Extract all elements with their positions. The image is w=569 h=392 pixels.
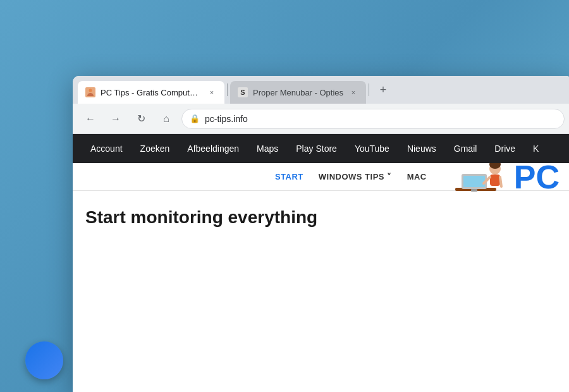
site-heading: Start monitoring everything: [85, 206, 560, 229]
desktop: PC Tips - Gratis Computer Tips, i × S Pr…: [0, 0, 569, 392]
svg-point-0: [89, 89, 92, 92]
svg-rect-3: [463, 176, 485, 187]
tab-divider-1: [227, 83, 228, 96]
tab-title-2: Proper Menubar - Opties: [253, 88, 343, 97]
back-button[interactable]: ←: [80, 109, 101, 129]
svg-rect-7: [490, 175, 500, 186]
site-pc-brand: PC: [514, 163, 560, 193]
taskbar-icon[interactable]: [25, 341, 63, 379]
menu-item-more[interactable]: K: [525, 138, 546, 159]
menu-item-nieuws[interactable]: Nieuws: [400, 138, 444, 159]
tab-favicon-1: [85, 87, 95, 97]
menu-item-maps[interactable]: Maps: [249, 138, 286, 159]
svg-line-9: [500, 177, 501, 187]
tab-close-1[interactable]: ×: [207, 87, 217, 97]
menu-item-playstore[interactable]: Play Store: [288, 138, 345, 159]
lock-icon: 🔒: [190, 114, 200, 123]
menu-item-youtube[interactable]: YouTube: [347, 138, 397, 159]
menu-item-afbeeldingen[interactable]: Afbeeldingen: [180, 138, 247, 159]
menu-item-account[interactable]: Account: [83, 138, 130, 159]
site-body-text: Start monitoring everything: [85, 206, 560, 229]
svg-rect-4: [471, 189, 477, 192]
site-nav-mac[interactable]: MAC: [407, 172, 427, 181]
address-text: pc-tips.info: [205, 114, 248, 124]
tab-divider-2: [369, 83, 369, 96]
forward-button[interactable]: →: [106, 109, 126, 129]
menu-item-gmail[interactable]: Gmail: [446, 138, 485, 159]
site-content: START WINDOWS TIPS ˅ MAC: [73, 163, 569, 244]
site-nav: START WINDOWS TIPS ˅ MAC: [73, 163, 569, 191]
tab-bar: PC Tips - Gratis Computer Tips, i × S Pr…: [73, 76, 569, 104]
home-button[interactable]: ⌂: [156, 109, 176, 129]
tab-favicon-2: S: [238, 87, 248, 97]
site-nav-windows[interactable]: WINDOWS TIPS ˅: [319, 172, 392, 181]
new-tab-button[interactable]: +: [374, 81, 392, 99]
browser-window: PC Tips - Gratis Computer Tips, i × S Pr…: [73, 76, 569, 392]
address-bar[interactable]: 🔒 pc-tips.info: [181, 109, 565, 129]
toolbar: ← → ↻ ⌂ 🔒 pc-tips.info: [73, 104, 569, 134]
tab-title-1: PC Tips - Gratis Computer Tips, i: [101, 88, 202, 97]
reload-button[interactable]: ↻: [131, 109, 151, 129]
menu-item-drive[interactable]: Drive: [487, 138, 523, 159]
tab-close-2[interactable]: ×: [348, 87, 358, 97]
google-menubar: Account Zoeken Afbeeldingen Maps Play St…: [73, 134, 569, 163]
tab-inactive[interactable]: S Proper Menubar - Opties ×: [230, 81, 366, 104]
site-illustration: [452, 163, 509, 199]
tab-active[interactable]: PC Tips - Gratis Computer Tips, i ×: [78, 81, 224, 104]
menu-item-zoeken[interactable]: Zoeken: [133, 138, 178, 159]
site-nav-start[interactable]: START: [275, 172, 303, 181]
